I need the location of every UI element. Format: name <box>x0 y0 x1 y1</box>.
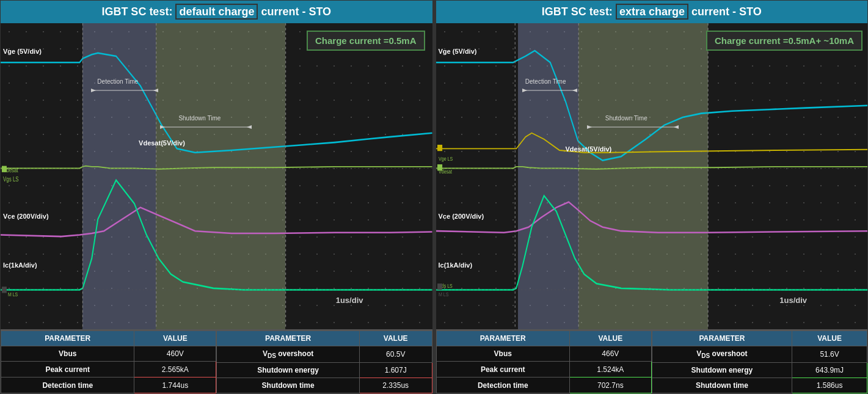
svg-marker-17 <box>522 89 527 92</box>
svg-marker-4 <box>160 125 165 129</box>
left-vge-label: Vge (5V/div) <box>3 48 42 55</box>
right-param-peak: Peak current <box>436 362 569 378</box>
left-panel: IGBT SC test: default charge current - S… <box>0 0 433 394</box>
table-row: Shutdown energy 643.9mJ <box>652 363 867 378</box>
left-param-shutenergy: Shutdown energy <box>217 363 360 378</box>
table-row: Vbus 460V <box>1 346 216 362</box>
right-param-header-2: PARAMETER <box>652 330 792 346</box>
left-vdesat-label: Vdesat(5V/div) <box>139 139 185 147</box>
left-param-vds: VDS overshoot <box>217 346 360 362</box>
svg-rect-31 <box>437 145 442 151</box>
right-value-peak: 1.524kA <box>569 362 651 378</box>
svg-text:M LS: M LS <box>8 291 18 297</box>
left-param-table-left: PARAMETER VALUE Vbus 460V Peak current 2… <box>1 330 216 393</box>
right-value-vds: 51.6V <box>792 346 867 362</box>
right-oscilloscope: Charge current =0.5mA+ ~10mA Detection T… <box>436 23 868 329</box>
left-value-vbus: 460V <box>134 346 216 362</box>
svg-text:M LS: M LS <box>439 291 449 297</box>
right-shutdown-time-label: Shutdown Time <box>587 115 685 134</box>
left-waveform-svg: Vdesat Vgs LS M LS <box>1 23 432 329</box>
left-detection-time-label: Detection Time <box>91 78 164 98</box>
right-param-shutenergy: Shutdown energy <box>652 363 792 378</box>
svg-rect-14 <box>2 286 7 293</box>
svg-marker-18 <box>572 89 577 92</box>
right-param-dettime: Detection time <box>436 378 569 393</box>
right-param-vbus: Vbus <box>436 346 569 362</box>
right-vce-label: Vce (200V/div) <box>439 213 484 220</box>
right-charge-label: Charge current =0.5mA+ ~10mA <box>706 31 863 51</box>
table-row: Shutdown energy 1.607J <box>217 363 432 378</box>
right-param-table-left: PARAMETER VALUE Vbus 466V Peak current 1… <box>436 330 652 393</box>
left-value-shuttime: 2.335us <box>359 378 432 393</box>
left-panel-title: IGBT SC test: default charge current - S… <box>1 1 432 23</box>
right-detection-time-label: Detection Time <box>522 78 583 98</box>
svg-marker-5 <box>247 125 252 129</box>
left-shutdown-time-text: Shutdown Time <box>178 115 221 122</box>
svg-marker-1 <box>91 89 96 92</box>
right-detection-time-text: Detection Time <box>525 78 566 85</box>
right-title-text: IGBT SC test: <box>542 5 616 18</box>
left-param-table-right: PARAMETER VALUE VDS overshoot 60.5V Shut… <box>216 330 432 393</box>
right-panel-title: IGBT SC test: extra charge current - STO <box>436 1 868 23</box>
table-row: Peak current 2.565kA <box>1 362 216 378</box>
left-value-shutenergy: 1.607J <box>359 363 432 378</box>
left-param-tables: PARAMETER VALUE Vbus 460V Peak current 2… <box>1 329 432 393</box>
table-row: Shutdown time 2.335us <box>217 378 432 393</box>
svg-rect-13 <box>2 166 7 172</box>
right-ic-label: Ic(1kA/div) <box>439 261 473 269</box>
left-param-dettime: Detection time <box>1 378 134 393</box>
left-param-header-2: PARAMETER <box>217 330 360 346</box>
left-param-peak: Peak current <box>1 362 134 378</box>
table-row: Detection time 702.7ns <box>436 378 651 393</box>
left-value-dettime: 1.744us <box>134 378 216 393</box>
right-title-highlight: extra charge <box>616 4 688 20</box>
right-value-header-2: VALUE <box>792 330 867 346</box>
right-waveform-svg: Vge LS Vdesat Vds LS M LS <box>436 23 868 329</box>
left-value-header-1: VALUE <box>134 330 216 346</box>
right-param-tables: PARAMETER VALUE Vbus 466V Peak current 1… <box>436 329 868 393</box>
left-title-text: IGBT SC test: <box>101 5 175 18</box>
svg-marker-2 <box>153 89 158 92</box>
right-param-shuttime: Shutdown time <box>652 378 792 393</box>
right-param-vds: VDS overshoot <box>652 346 792 362</box>
right-param-table-right: PARAMETER VALUE VDS overshoot 51.6V Shut… <box>652 330 867 393</box>
left-param-vbus: Vbus <box>1 346 134 362</box>
left-oscilloscope: Charge current =0.5mA Detection Time Shu… <box>1 23 432 329</box>
right-panel: IGBT SC test: extra charge current - STO… <box>436 0 869 394</box>
left-shutdown-time-label: Shutdown Time <box>160 115 258 134</box>
table-row: Detection time 1.744us <box>1 378 216 393</box>
svg-text:Vge LS: Vge LS <box>439 156 453 162</box>
left-ic-label: Ic(1kA/div) <box>3 261 37 269</box>
right-shutdown-time-text: Shutdown Time <box>605 115 647 122</box>
table-row: Vbus 466V <box>436 346 651 362</box>
right-param-header-1: PARAMETER <box>436 330 569 346</box>
left-timediv-label: 1us/div <box>336 296 363 305</box>
left-value-peak: 2.565kA <box>134 362 216 378</box>
table-row: VDS overshoot 60.5V <box>217 346 432 362</box>
right-value-header-1: VALUE <box>569 330 651 346</box>
left-title-highlight: default charge <box>175 4 258 20</box>
svg-text:Vgs LS: Vgs LS <box>3 176 19 183</box>
table-row: VDS overshoot 51.6V <box>652 346 867 362</box>
table-row: Peak current 1.524kA <box>436 362 651 378</box>
right-timediv-label: 1us/div <box>779 296 807 305</box>
right-vdesat-label: Vdesat(5V/div) <box>565 145 611 153</box>
left-vce-label: Vce (200V/div) <box>3 213 49 220</box>
main-container: IGBT SC test: default charge current - S… <box>0 0 868 394</box>
svg-rect-32 <box>437 164 442 170</box>
left-value-vds: 60.5V <box>359 346 432 362</box>
right-value-shutenergy: 643.9mJ <box>792 363 867 378</box>
right-value-shuttime: 1.586us <box>792 378 867 393</box>
left-detection-time-text: Detection Time <box>97 78 138 85</box>
left-param-shuttime: Shutdown time <box>217 378 360 393</box>
right-vge-label: Vge (5V/div) <box>439 48 477 55</box>
svg-marker-20 <box>587 125 592 129</box>
left-param-header-1: PARAMETER <box>1 330 134 346</box>
svg-rect-33 <box>437 283 442 290</box>
right-title-suffix: current - STO <box>688 5 762 18</box>
right-value-dettime: 702.7ns <box>569 378 651 393</box>
svg-marker-21 <box>674 125 679 129</box>
left-charge-label: Charge current =0.5mA <box>307 31 425 51</box>
table-row: Shutdown time 1.586us <box>652 378 867 393</box>
left-title-suffix: current - STO <box>258 5 331 18</box>
